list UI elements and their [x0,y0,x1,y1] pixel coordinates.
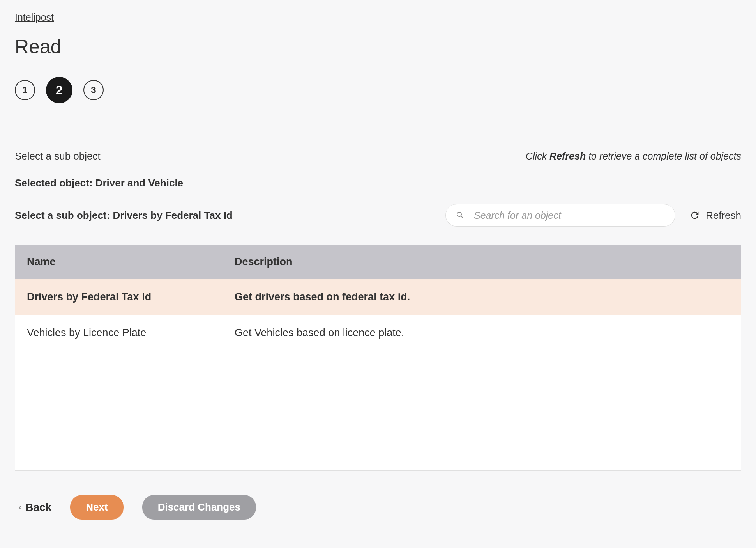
selected-object: Selected object: Driver and Vehicle [15,177,741,189]
refresh-hint: Click Refresh to retrieve a complete lis… [526,151,741,162]
table-cell-description: Get drivers based on federal tax id. [223,279,741,315]
step-1[interactable]: 1 [15,80,35,100]
selected-object-value: Driver and Vehicle [95,177,183,189]
table-header: Name Description [15,245,741,279]
sub-object-prefix: Select a sub object: [15,209,113,221]
step-2[interactable]: 2 [46,77,72,103]
step-connector [35,90,46,90]
refresh-button[interactable]: Refresh [689,209,741,222]
refresh-label: Refresh [706,209,741,222]
hint-strong: Refresh [549,151,586,161]
discard-button[interactable]: Discard Changes [142,495,256,520]
search-input[interactable] [445,204,675,227]
hint-prefix: Click [526,151,549,161]
hint-suffix: to retrieve a complete list of objects [586,151,741,161]
select-sub-object-label: Select a sub object [15,150,101,162]
table-header-name: Name [15,245,223,279]
refresh-icon [689,210,700,221]
stepper: 1 2 3 [15,77,741,103]
step-connector [72,90,83,90]
table-cell-name: Vehicles by Licence Plate [15,315,223,351]
select-sub-object-current: Select a sub object: Drivers by Federal … [15,209,233,222]
table-row[interactable]: Vehicles by Licence Plate Get Vehicles b… [15,315,741,351]
breadcrumb-link[interactable]: Intelipost [15,12,54,23]
table-cell-description: Get Vehicles based on licence plate. [223,315,741,351]
back-button[interactable]: ‹ Back [19,501,51,514]
table-row[interactable]: Drivers by Federal Tax Id Get drivers ba… [15,279,741,315]
next-button[interactable]: Next [70,495,123,520]
search-wrapper [445,204,675,227]
table-cell-name: Drivers by Federal Tax Id [15,279,223,315]
selected-object-prefix: Selected object: [15,177,95,189]
step-3[interactable]: 3 [83,80,104,100]
back-label: Back [25,501,51,514]
footer-actions: ‹ Back Next Discard Changes [15,495,741,520]
sub-object-value: Drivers by Federal Tax Id [113,209,232,221]
page-title: Read [15,35,741,58]
table-header-description: Description [223,245,741,279]
object-table: Name Description Drivers by Federal Tax … [15,245,741,471]
chevron-left-icon: ‹ [19,502,21,513]
